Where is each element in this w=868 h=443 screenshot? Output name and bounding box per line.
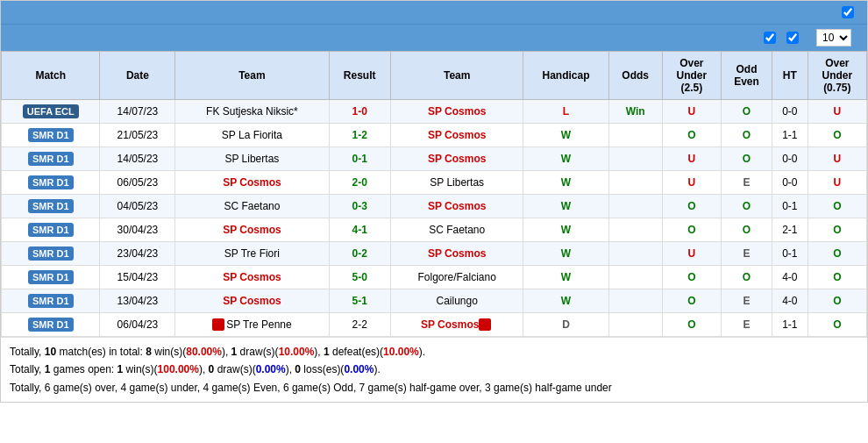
ht-cell: 1-1 [772,313,808,337]
team2-cell: SP Cosmos [390,100,523,124]
footer-text: draw(s)( [237,346,278,358]
date-cell: 14/05/23 [100,147,175,171]
footer-text: Totally, [10,363,45,375]
team2-cell: SP Cosmos [390,147,523,171]
col-ht: HT [772,52,808,100]
footer-highlight-red: 80.00% [186,346,222,358]
odds-cell [608,147,662,171]
footer-highlight-blue: 0.00% [344,363,374,375]
ou25-cell: U [662,147,721,171]
outcome-cell: D [523,313,608,337]
odds-cell [608,218,662,242]
outcome-cell: W [523,266,608,289]
table-body: UEFA ECL14/07/23FK Sutjeska Niksic*1-0SP… [2,100,867,337]
outcome-cell: W [523,171,608,195]
team1-cell: SP La Fiorita [175,124,329,147]
league-cell: SMR D1 [2,147,100,171]
league-badge: SMR D1 [28,247,74,261]
odd-even-cell: E [721,171,772,195]
league-cell: SMR D1 [2,195,100,218]
odd-even-cell: O [721,124,772,147]
team2-cell: SC Faetano [390,218,523,242]
footer-text: ), [314,346,324,358]
team1-cell: SP Tre Penne [175,313,329,337]
result-cell: 5-0 [329,266,390,289]
table-row: SMR D106/04/23SP Tre Penne2-2SP CosmosDO… [2,313,867,337]
filters-bar: 10 5 15 20 All [1,24,867,51]
footer-highlight-blue: 0.00% [256,363,286,375]
footer-line2: Totally, 1 games open: 1 win(s)(100.00%)… [10,361,858,378]
odds-cell [608,266,662,289]
ht-cell: 1-1 [772,124,808,147]
ou25-cell: O [662,266,721,289]
ht-cell: 0-0 [772,100,808,124]
display-notes-checkbox[interactable] [842,6,854,18]
col-match: Match [2,52,100,100]
ht-cell: 0-0 [772,171,808,195]
smr-d1-checkbox[interactable] [764,32,776,44]
outcome-cell: W [523,218,608,242]
uefa-ecl-checkbox[interactable] [786,32,799,44]
league-badge: SMR D1 [28,318,74,332]
date-cell: 23/04/23 [100,242,175,266]
table-header-row: Match Date Team Result Team Handicap Odd… [2,52,867,100]
col-odd-even: OddEven [721,52,772,100]
table-row: SMR D104/05/23SC Faetano0-3SP CosmosWOO0… [2,195,867,218]
result-cell: 2-2 [329,313,390,337]
result-cell: 5-1 [329,289,390,313]
result-cell: 1-0 [329,100,390,124]
table-row: SMR D106/05/23SP Cosmos2-0SP LibertasWUE… [2,171,867,195]
team1-cell: SP Tre Fiori [175,242,329,266]
footer-text: ). [419,346,425,358]
footer-line3: Totally, 6 game(s) over, 4 game(s) under… [10,379,858,397]
ou075-cell: U [808,147,866,171]
table-row: SMR D130/04/23SP Cosmos4-1SC FaetanoWOO2… [2,218,867,242]
table-row: SMR D123/04/23SP Tre Fiori0-2SP CosmosWU… [2,242,867,266]
date-cell: 04/05/23 [100,195,175,218]
footer-text: ), [199,363,209,375]
team1-cell: FK Sutjeska Niksic* [175,100,329,124]
footer-text: win(s)( [123,363,157,375]
league-cell: SMR D1 [2,289,100,313]
odds-cell: Win [608,100,662,124]
main-container: 10 5 15 20 All Match Date Team Result Te… [0,0,868,403]
footer-text: draw(s)( [214,363,255,375]
ou25-cell: O [662,124,721,147]
footer-highlight-red: 10.00% [383,346,419,358]
col-ou25: OverUnder(2.5) [662,52,721,100]
date-cell: 15/04/23 [100,266,175,289]
league-cell: SMR D1 [2,313,100,337]
odd-even-cell: O [721,218,772,242]
footer-highlight-red: 100.00% [158,363,199,375]
team1-cell: SP Cosmos [175,171,329,195]
ou075-cell: U [808,171,866,195]
footer-highlight-red: 10.00% [279,346,315,358]
date-cell: 30/04/23 [100,218,175,242]
odd-even-cell: E [721,313,772,337]
ht-cell: 0-1 [772,242,808,266]
result-cell: 0-3 [329,195,390,218]
ht-cell: 2-1 [772,218,808,242]
games-select[interactable]: 10 5 15 20 All [816,29,851,46]
ou075-cell: O [808,242,866,266]
date-cell: 14/07/23 [100,100,175,124]
stats-footer: Totally, 10 match(es) in total: 8 win(s)… [1,337,867,402]
date-cell: 21/05/23 [100,124,175,147]
table-row: UEFA ECL14/07/23FK Sutjeska Niksic*1-0SP… [2,100,867,124]
odds-cell [608,289,662,313]
footer-line1: Totally, 10 match(es) in total: 8 win(s)… [10,343,858,361]
outcome-cell: L [523,100,608,124]
odd-even-cell: O [721,266,772,289]
ou075-cell: O [808,266,866,289]
league-badge: SMR D1 [28,294,74,308]
red-card-icon [212,318,224,331]
result-cell: 0-1 [329,147,390,171]
ht-cell: 4-0 [772,289,808,313]
odds-cell [608,195,662,218]
team1-cell: SP Cosmos [175,289,329,313]
odds-cell [608,242,662,266]
ou075-cell: O [808,289,866,313]
team2-cell: SP Cosmos [390,124,523,147]
footer-text: match(es) in total: [56,346,146,358]
uefa-ecl-filter [786,32,802,44]
